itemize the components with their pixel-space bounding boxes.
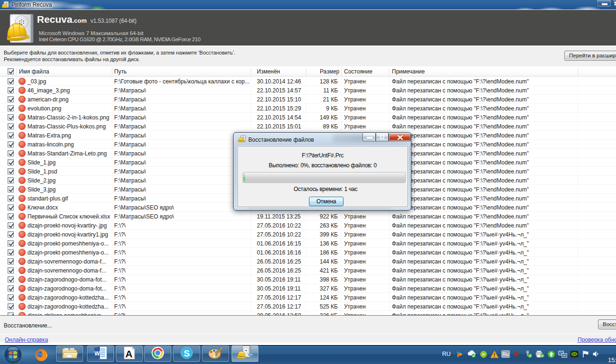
svg-text:W: W <box>94 350 100 357</box>
svg-text:S: S <box>184 348 190 358</box>
svg-text:Ru: Ru <box>502 351 509 357</box>
svg-text:A: A <box>125 348 132 359</box>
